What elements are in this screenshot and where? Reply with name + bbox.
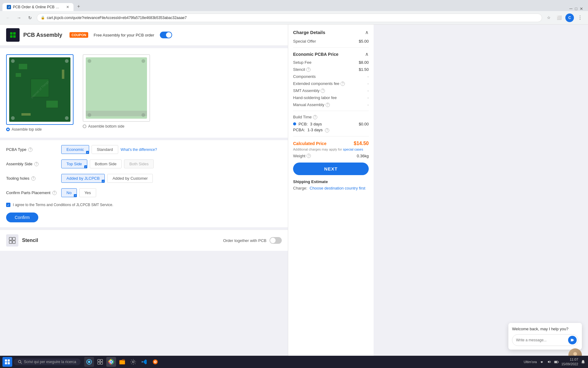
pcba-type-info-icon[interactable]: ? bbox=[28, 148, 32, 152]
weight-info-icon[interactable]: ? bbox=[307, 154, 311, 158]
shipping-section: Shipping Estimate Charge: Choose destina… bbox=[293, 179, 369, 190]
pcba-type-economic-button[interactable]: Economic bbox=[61, 145, 89, 154]
calculated-price-row: Calculated Price $14.50 bbox=[293, 141, 369, 146]
taskbar-app-task-view[interactable] bbox=[95, 357, 105, 367]
tooling-holes-info-icon[interactable]: ? bbox=[31, 176, 36, 181]
terms-checkbox-row: I agree to the Terms and Conditions of J… bbox=[6, 203, 282, 207]
start-button[interactable] bbox=[2, 357, 12, 367]
special-offer-value: $5.00 bbox=[359, 39, 369, 44]
forward-button[interactable]: → bbox=[15, 13, 23, 22]
choose-destination-link[interactable]: Choose destination country first bbox=[310, 186, 365, 190]
shipping-title: Shipping Estimate bbox=[293, 179, 369, 184]
charge-details-collapse-icon[interactable]: ∧ bbox=[365, 29, 369, 35]
tooling-holes-jlcpcb-button[interactable]: Added by JLCPCB bbox=[61, 174, 105, 183]
whats-difference-link[interactable]: What's the difference? bbox=[121, 148, 157, 152]
chip-3 bbox=[15, 73, 21, 77]
special-cases-link[interactable]: special cases bbox=[343, 148, 363, 151]
back-button[interactable]: ← bbox=[4, 13, 12, 22]
taskbar-app-cortana[interactable] bbox=[84, 357, 94, 367]
top-side-image[interactable]: Internet of Things bbox=[6, 54, 74, 125]
new-tab-button[interactable]: + bbox=[74, 2, 84, 11]
pcb-build-time-row: PCB: 3 days $0.00 bbox=[293, 122, 369, 126]
components-label: Components bbox=[293, 74, 316, 79]
taskbar-app-extra[interactable] bbox=[150, 357, 160, 367]
bookmark-icon[interactable]: ☆ bbox=[545, 13, 553, 22]
confirm-button[interactable]: Confirm bbox=[6, 213, 38, 222]
bottom-side-label[interactable]: Assemble bottom side bbox=[83, 124, 150, 128]
chat-send-button[interactable] bbox=[568, 336, 577, 344]
active-tab[interactable]: J PCB Order & Online PCB Quote... ✕ bbox=[2, 3, 74, 11]
pcba-type-controls: Economic Standard What's the difference? bbox=[61, 145, 157, 154]
svg-point-28 bbox=[132, 361, 134, 363]
economic-pcba-collapse-icon[interactable]: ∧ bbox=[365, 51, 369, 57]
tooling-holes-customer-button[interactable]: Added by Customer bbox=[107, 174, 153, 183]
confirm-parts-no-button[interactable]: No bbox=[61, 188, 77, 197]
svg-rect-11 bbox=[5, 359, 7, 362]
divider-1 bbox=[293, 47, 369, 48]
taskbar-app-chrome[interactable] bbox=[106, 357, 116, 367]
tooling-holes-row: Tooling holes ? Added by JLCPCB Added by… bbox=[6, 174, 282, 183]
manual-assembly-info-icon[interactable]: ? bbox=[326, 103, 330, 107]
chat-input[interactable] bbox=[516, 338, 568, 342]
smt-info-icon[interactable]: ? bbox=[321, 89, 325, 93]
top-side-label[interactable]: Assemble top side bbox=[6, 127, 74, 132]
address-bar[interactable]: 🔒 cart.jlcpcb.com/quote?relevanceFileAcc… bbox=[37, 13, 542, 22]
restore-icon[interactable]: □ bbox=[575, 6, 577, 11]
extended-components-info-icon[interactable]: ? bbox=[341, 82, 345, 86]
stencil-charge-row: Stencil ? $1.50 bbox=[293, 67, 369, 72]
assembly-side-both-button[interactable]: Both Sides bbox=[124, 159, 154, 168]
svg-point-15 bbox=[18, 360, 21, 363]
pcb-top-board: Internet of Things bbox=[9, 57, 70, 122]
corner-br bbox=[65, 116, 69, 120]
assembly-side-info-icon[interactable]: ? bbox=[34, 162, 39, 166]
confirm-parts-info-icon[interactable]: ? bbox=[52, 191, 57, 195]
assembly-side-bottom-button[interactable]: Bottom Side bbox=[90, 159, 122, 168]
minimize-icon[interactable]: ─ bbox=[569, 6, 572, 11]
stencil-title: Stencil bbox=[22, 238, 38, 243]
extended-components-label: Extended components fee ? bbox=[293, 81, 345, 86]
build-time-info-icon[interactable]: ? bbox=[313, 115, 317, 119]
chat-input-row bbox=[512, 334, 578, 346]
build-time-section: Build Time ? PCB: 3 days $0.00 PCBA: 1-3… bbox=[293, 115, 369, 132]
top-side-radio[interactable] bbox=[6, 128, 10, 131]
volume-icon bbox=[547, 359, 552, 364]
manual-assembly-value: - bbox=[368, 102, 369, 107]
svg-rect-0 bbox=[8, 30, 17, 40]
bottom-side-radio[interactable] bbox=[83, 125, 86, 128]
pcba-type-standard-button[interactable]: Standard bbox=[92, 145, 118, 154]
stencil-info-icon[interactable]: ? bbox=[306, 67, 311, 72]
taskbar-app-settings[interactable] bbox=[128, 357, 138, 367]
taskbar-right: Ultim'ora 11:07 15/09/2022 bbox=[524, 357, 586, 367]
assembly-side-top-button[interactable]: Top Side bbox=[61, 159, 87, 168]
weight-label: Weight ? bbox=[293, 154, 311, 158]
taskbar-app-vscode[interactable] bbox=[139, 357, 149, 367]
bottom-side-image[interactable] bbox=[83, 54, 150, 122]
stencil-section: Stencil Order together with PCB bbox=[0, 230, 288, 251]
terms-text: I agree to the Terms and Conditions of J… bbox=[13, 203, 113, 207]
confirm-parts-controls: No Yes bbox=[61, 188, 96, 197]
close-icon[interactable]: ✕ bbox=[580, 6, 583, 11]
menu-icon[interactable]: ⋮ bbox=[576, 13, 584, 22]
special-offer-row: Special Offer $5.00 bbox=[293, 39, 369, 44]
charge-details-title: Charge Details bbox=[293, 30, 325, 35]
next-button[interactable]: NEXT bbox=[293, 163, 369, 175]
close-tab-icon[interactable]: ✕ bbox=[66, 5, 69, 9]
notification-bell-icon[interactable] bbox=[581, 359, 586, 364]
profile-button[interactable]: C bbox=[565, 13, 574, 22]
free-assembly-toggle[interactable] bbox=[160, 32, 172, 38]
svg-point-25 bbox=[110, 361, 112, 363]
terms-checkbox[interactable] bbox=[6, 203, 10, 207]
corner-tl bbox=[11, 59, 15, 63]
svg-rect-5 bbox=[9, 237, 12, 240]
extensions-icon[interactable]: ⬜ bbox=[555, 13, 564, 22]
product-icon bbox=[6, 28, 20, 42]
taskbar-app-file-explorer[interactable] bbox=[117, 357, 127, 367]
taskbar-search[interactable]: Scrivi qui per eseguire la ricerca bbox=[13, 358, 81, 365]
pcba-days-info-icon[interactable]: ? bbox=[325, 128, 329, 132]
assembly-side-label: Assembly Side ? bbox=[6, 162, 61, 166]
stencil-toggle[interactable] bbox=[270, 237, 282, 244]
svg-rect-8 bbox=[13, 241, 15, 243]
confirm-parts-yes-button[interactable]: Yes bbox=[79, 188, 96, 197]
refresh-button[interactable]: ↻ bbox=[26, 13, 34, 22]
tooling-holes-label: Tooling holes ? bbox=[6, 176, 61, 181]
